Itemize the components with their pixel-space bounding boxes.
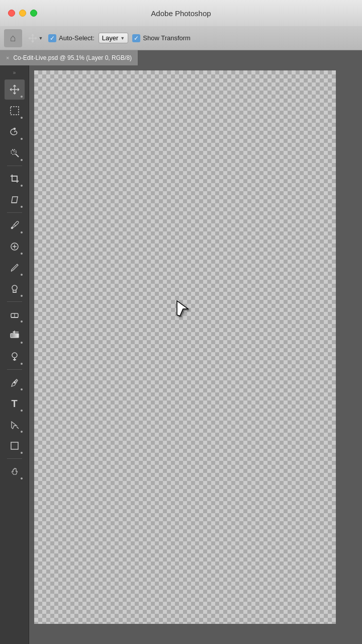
tool-marquee[interactable] [5,101,25,121]
svg-marker-4 [12,197,18,203]
tool-move[interactable] [5,79,25,100]
home-icon: ⌂ [10,32,16,44]
canvas[interactable] [34,70,336,624]
svg-rect-15 [11,334,19,338]
tool-rectangle[interactable] [5,436,25,456]
show-transform-checkbox[interactable]: ✓ [132,34,140,42]
minimize-button[interactable] [19,10,26,17]
tab-bar: × Co-Edit-Live.psd @ 95.1% (Layer 0, RGB… [0,50,362,65]
canvas-area[interactable] [29,65,362,644]
tool-hand[interactable] [5,461,25,481]
traffic-lights [8,10,37,17]
tool-stamp[interactable] [5,279,25,299]
tab-close-button[interactable]: × [6,55,9,61]
svg-marker-24 [178,302,190,317]
show-transform-label: Show Transform [143,34,191,42]
toolbar-separator-1 [7,166,22,166]
tool-healing[interactable] [5,236,25,257]
tool-path-select[interactable] [5,415,25,435]
tab-title: Co-Edit-Live.psd @ 95.1% (Layer 0, RGB/8… [13,54,132,61]
tool-perspective-crop[interactable] [5,190,25,210]
tool-gradient[interactable] [5,326,25,346]
svg-rect-0 [11,107,19,115]
auto-select-label: Auto-Select: [59,34,95,42]
show-transform-group: ✓ Show Transform [132,34,191,42]
home-button[interactable]: ⌂ [4,29,22,47]
svg-marker-17 [13,331,15,333]
svg-point-18 [12,353,17,358]
document-tab[interactable]: × Co-Edit-Live.psd @ 95.1% (Layer 0, RGB… [0,50,138,65]
app-title: Adobe Photoshop [151,9,211,18]
tool-type[interactable]: T [5,393,25,414]
tool-pen[interactable] [5,372,25,392]
svg-point-10 [12,285,17,290]
svg-line-22 [17,427,19,429]
layer-label: Layer [102,34,119,42]
tool-lasso[interactable] [5,122,25,142]
tool-eyedropper[interactable] [5,215,25,235]
svg-point-21 [14,382,15,383]
move-tool-options[interactable]: ▼ [26,29,44,47]
svg-marker-25 [177,301,188,316]
layer-dropdown-arrow: ▼ [120,36,125,41]
toolbar-separator-2 [7,212,22,213]
svg-line-3 [16,154,19,157]
svg-point-6 [11,227,13,229]
tool-brush[interactable] [5,258,25,278]
close-button[interactable] [8,10,15,17]
auto-select-group: ✓ Auto-Select: [48,34,95,42]
tool-dodge[interactable] [5,347,25,367]
tool-eraser[interactable] [5,304,25,325]
tool-quick-select[interactable] [5,143,25,163]
toolbar-expand[interactable]: » [10,68,20,76]
svg-point-1 [14,128,15,130]
title-bar: Adobe Photoshop [0,0,362,26]
type-icon: T [11,398,17,410]
move-dropdown-arrow: ▼ [39,36,43,41]
toolbar-separator-5 [7,458,22,459]
tool-crop[interactable] [5,169,25,189]
svg-rect-23 [11,442,18,449]
move-icon [28,33,38,43]
toolbar-separator-3 [7,301,22,302]
layer-type-dropdown[interactable]: Layer ▼ [99,33,128,43]
maximize-button[interactable] [30,10,37,17]
auto-select-checkbox[interactable]: ✓ [48,34,56,42]
toolbar: » [0,65,29,644]
options-bar: ⌂ ▼ ✓ Auto-Select: Layer ▼ ✓ Show Transf… [0,26,362,50]
main-area: » [0,65,362,644]
toolbar-separator-4 [7,369,22,370]
